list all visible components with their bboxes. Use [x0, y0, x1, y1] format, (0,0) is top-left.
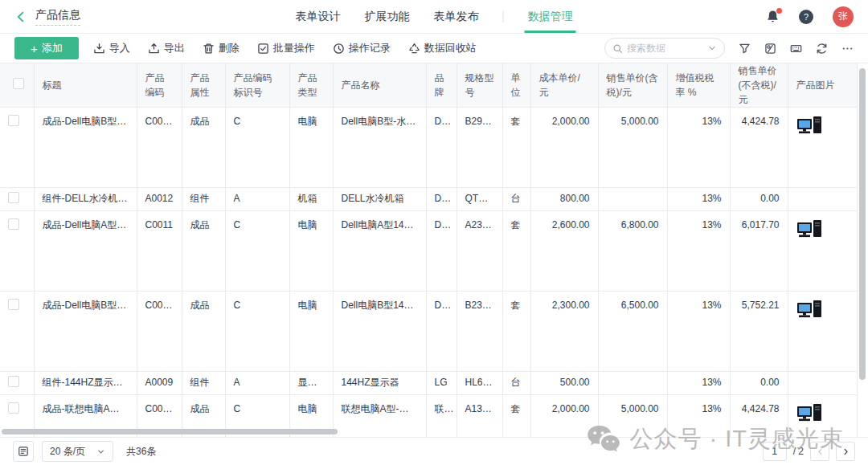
table-display-icon — [18, 446, 29, 457]
column-header-product_name: 产品名称 — [333, 63, 426, 108]
row-checkbox[interactable] — [8, 115, 19, 126]
page-size-label: 20 条/页 — [50, 445, 85, 459]
cell-model: A13001 — [457, 394, 502, 437]
row-checkbox[interactable] — [8, 218, 19, 230]
page-size-select[interactable]: 20 条/页 — [42, 441, 113, 462]
cell-product_image — [788, 291, 857, 371]
tab-1[interactable]: 扩展功能 — [365, 0, 410, 33]
column-header-product_attr: 产品属性 — [182, 63, 225, 108]
prev-page-button[interactable] — [810, 442, 829, 461]
filter-button[interactable] — [739, 43, 751, 55]
cell-_check — [0, 371, 34, 394]
product-image — [796, 299, 824, 321]
cell-product_code: C0013 — [137, 108, 182, 188]
cell-cost_price: 2,000.00 — [530, 394, 598, 437]
keyboard-icon — [790, 43, 802, 55]
cell-_check — [0, 108, 34, 188]
batch-icon — [257, 43, 269, 55]
back-button[interactable] — [14, 10, 27, 23]
cell-sale_price_tax: 5,000.00 — [598, 108, 667, 188]
tab-0[interactable]: 表单设计 — [296, 0, 341, 33]
plus-icon: + — [31, 43, 38, 55]
cell-product_code: A0012 — [137, 188, 182, 211]
page-title[interactable]: 产品信息 — [35, 8, 80, 26]
field-display-button[interactable] — [790, 43, 802, 55]
cell-product_attr: 成品 — [182, 210, 225, 291]
cell-product_name: 144HZ显示器 — [333, 371, 426, 394]
row-checkbox[interactable] — [8, 376, 19, 387]
cell-product_image — [788, 371, 857, 394]
row-checkbox[interactable] — [8, 402, 19, 414]
product-image — [796, 402, 824, 425]
cell-cost_price: 2,000.00 — [530, 108, 598, 188]
appearance-button[interactable] — [764, 43, 776, 55]
add-button-label: 添加 — [42, 41, 63, 55]
more-button[interactable] — [841, 43, 854, 55]
import-button-label: 导入 — [109, 41, 130, 55]
clock-icon — [333, 43, 345, 55]
cell-product_image — [788, 188, 857, 211]
cell-title: 成品-Dell电脑B型144HZ-B... — [34, 291, 137, 371]
cell-cost_price: 500.00 — [530, 371, 598, 394]
cell-product_attr: 成品 — [182, 108, 225, 188]
cell-product_code: A0009 — [137, 371, 182, 394]
cell-product_name: 联想电脑A型-水冷机箱 — [333, 394, 426, 437]
vertical-scrollbar[interactable] — [859, 68, 866, 380]
refresh-icon — [816, 43, 828, 55]
search-input[interactable] — [627, 43, 703, 54]
row-checkbox[interactable] — [8, 192, 19, 203]
chevron-left-icon — [816, 447, 825, 456]
cell-brand: DELL — [426, 210, 457, 291]
column-header-title: 标题 — [34, 63, 137, 108]
back-chevron-icon — [14, 10, 27, 23]
next-page-button[interactable] — [836, 442, 855, 461]
cell-product_attr: 组件 — [182, 371, 225, 394]
column-header-product_type: 产品类型 — [289, 63, 333, 108]
horizontal-scrollbar[interactable] — [2, 429, 338, 434]
page-number-input[interactable] — [763, 442, 787, 461]
cell-title: 成品-Dell电脑B型-水冷机... — [34, 108, 137, 188]
column-header-vat_rate: 增值税税率 % — [667, 63, 730, 108]
export-button[interactable]: 导出 — [148, 41, 185, 55]
column-header-cost_price: 成本单价/元 — [530, 63, 598, 108]
import-button[interactable]: 导入 — [93, 41, 130, 55]
cell-code_flag: C — [225, 108, 289, 188]
cell-vat_rate: 13% — [667, 371, 730, 394]
cell-sale_price_no_tax: 4,424.78 — [730, 108, 788, 188]
delete-button[interactable]: 删除 — [203, 41, 240, 55]
page-total: / 2 — [793, 446, 804, 457]
cell-brand: DELL — [426, 291, 457, 371]
refresh-button[interactable] — [816, 43, 828, 55]
operation-log-button[interactable]: 操作记录 — [333, 41, 391, 55]
tab-3[interactable]: 数据管理 — [528, 0, 573, 33]
table-row-3: 成品-Dell电脑B型144HZ-B...C0010成品C电脑Dell电脑B型1… — [0, 291, 857, 371]
select-all-checkbox[interactable] — [13, 78, 24, 89]
column-header-unit: 单位 — [502, 63, 530, 108]
cell-unit: 套 — [502, 210, 530, 291]
search-chevron-down-icon[interactable] — [707, 43, 717, 53]
table-display-button[interactable] — [13, 441, 34, 462]
help-button[interactable]: ? — [799, 10, 813, 24]
cell-product_attr: 组件 — [182, 188, 225, 211]
tab-2[interactable]: 表单发布 — [434, 0, 479, 33]
cell-vat_rate: 13% — [667, 210, 730, 291]
table-row-0: 成品-Dell电脑B型-水冷机...C0013成品C电脑Dell电脑B型-水冷机… — [0, 108, 857, 188]
recycle-bin-button[interactable]: 数据回收站 — [408, 41, 477, 55]
cell-model: HL6000 — [457, 371, 502, 394]
cell-unit: 台 — [502, 188, 530, 211]
cell-sale_price_tax: 6,800.00 — [598, 210, 667, 291]
notification-button[interactable] — [766, 10, 780, 23]
cell-product_image — [788, 210, 857, 291]
row-checkbox[interactable] — [8, 299, 19, 310]
cell-_check — [0, 291, 34, 371]
header-row: 标题产品编码产品属性产品编码标识号产品类型产品名称品牌规格型号单位成本单价/元销… — [0, 63, 857, 108]
cell-brand: 联想 — [426, 394, 457, 437]
add-button[interactable]: + 添加 — [14, 37, 79, 59]
avatar[interactable]: 张 — [833, 6, 854, 27]
search-box[interactable] — [604, 38, 725, 59]
cell-brand: DELL — [426, 188, 457, 211]
notification-badge — [776, 8, 782, 14]
cell-sale_price_tax: 6,500.00 — [598, 291, 667, 371]
operation-log-button-label: 操作记录 — [349, 41, 391, 55]
batch-operation-button[interactable]: 批量操作 — [257, 41, 315, 55]
